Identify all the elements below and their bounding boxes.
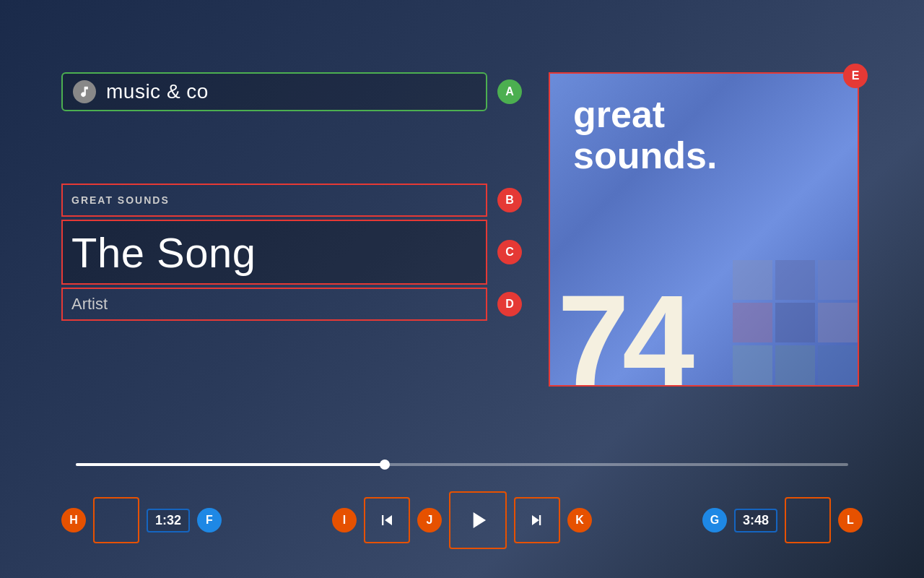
- badge-b: B: [497, 188, 522, 212]
- album-art-panel: great sounds. 74 E: [549, 72, 859, 387]
- album-art-title: great sounds.: [573, 94, 834, 176]
- app-name-label: music & co: [106, 80, 209, 103]
- badge-h: H: [61, 508, 86, 532]
- play-button[interactable]: [449, 491, 507, 549]
- album-label-text: GREAT SOUNDS: [71, 194, 170, 206]
- extra-right-button[interactable]: [785, 497, 831, 543]
- progress-section[interactable]: [76, 463, 848, 466]
- progress-bar-track[interactable]: [76, 463, 848, 466]
- search-bar-container: music & co: [61, 72, 487, 111]
- badge-l: L: [838, 508, 863, 532]
- controls-section: H 1:32 F I J K G 3:48 L: [61, 491, 863, 549]
- song-title-box: The Song: [61, 220, 487, 285]
- badge-f: F: [197, 508, 222, 532]
- badge-d: D: [497, 292, 522, 316]
- badge-c: C: [497, 240, 522, 264]
- album-art: great sounds. 74: [550, 74, 858, 385]
- artist-box: Artist: [61, 288, 487, 321]
- badge-a: A: [497, 79, 522, 104]
- badge-i: I: [332, 508, 357, 532]
- music-icon: [73, 80, 96, 103]
- current-time: 1:32: [147, 509, 190, 532]
- total-time: 3:48: [734, 509, 777, 532]
- album-number: 74: [557, 282, 687, 385]
- badge-e: E: [843, 64, 868, 88]
- progress-thumb[interactable]: [380, 460, 390, 470]
- left-controls-group: H 1:32 F: [61, 497, 222, 543]
- track-info: GREAT SOUNDS B The Song C Artist D: [61, 184, 531, 321]
- song-title-text: The Song: [71, 228, 256, 277]
- album-label-box: GREAT SOUNDS: [61, 184, 487, 217]
- badge-j: J: [417, 508, 442, 532]
- extra-left-button[interactable]: [93, 497, 139, 543]
- album-title-line2: sounds.: [573, 135, 834, 176]
- playback-controls: I J K: [332, 491, 592, 549]
- artist-text: Artist: [71, 295, 108, 314]
- squares-decoration: [733, 260, 858, 385]
- right-controls-group: G 3:48 L: [702, 497, 863, 543]
- progress-bar-fill: [76, 463, 385, 466]
- album-title-line1: great: [573, 94, 834, 135]
- badge-g: G: [702, 508, 727, 532]
- badge-k: K: [567, 508, 592, 532]
- previous-button[interactable]: [364, 497, 410, 543]
- next-button[interactable]: [514, 497, 560, 543]
